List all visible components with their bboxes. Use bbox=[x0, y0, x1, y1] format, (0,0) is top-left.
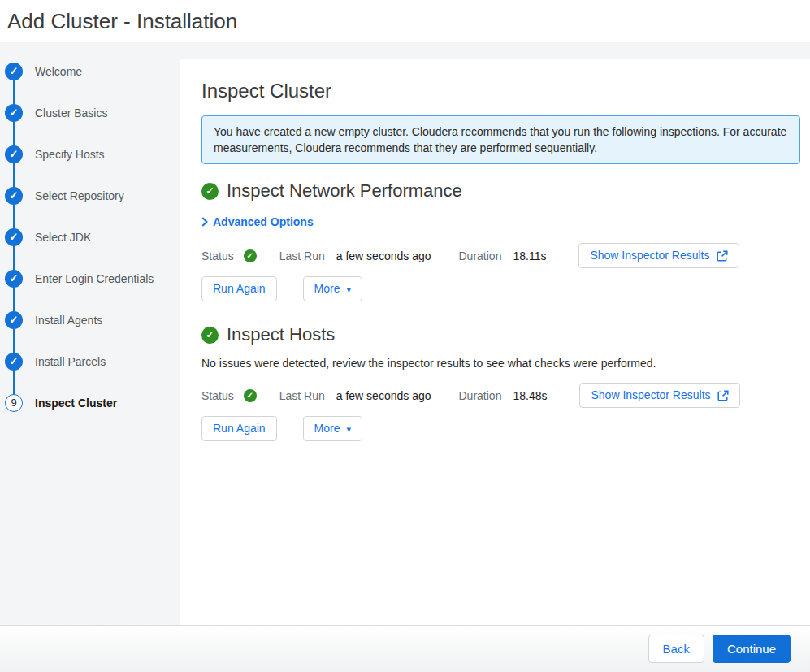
section-heading: ✓ Inspect Network Performance bbox=[201, 180, 800, 202]
step-inspect-cluster[interactable]: 9 Inspect Cluster bbox=[0, 382, 180, 423]
run-again-label: Run Again bbox=[213, 282, 266, 296]
step-label: Specify Hosts bbox=[35, 148, 105, 161]
show-inspector-results-button[interactable]: Show Inspector Results bbox=[578, 243, 739, 268]
section-inspect-network-performance: ✓ Inspect Network Performance Advanced O… bbox=[201, 180, 800, 301]
advanced-options-label: Advanced Options bbox=[213, 215, 314, 228]
section-description: No issues were detected, review the insp… bbox=[201, 357, 800, 370]
step-cluster-basics[interactable]: ✓ Cluster Basics bbox=[0, 92, 180, 133]
page-title: Add Cluster - Installation bbox=[7, 9, 237, 34]
caret-down-icon: ▾ bbox=[347, 425, 352, 433]
continue-button[interactable]: Continue bbox=[713, 635, 791, 663]
show-inspector-results-button[interactable]: Show Inspector Results bbox=[579, 383, 739, 408]
status-row: Status ✓ Last Run a few seconds ago Dura… bbox=[201, 383, 800, 408]
status-label: Status bbox=[201, 389, 234, 402]
step-install-parcels[interactable]: ✓ Install Parcels bbox=[0, 340, 180, 382]
section-heading: ✓ Inspect Hosts bbox=[201, 324, 800, 345]
step-complete-check-icon: ✓ bbox=[5, 187, 23, 205]
status-success-icon: ✓ bbox=[244, 389, 257, 402]
run-again-button[interactable]: Run Again bbox=[201, 416, 277, 441]
run-again-label: Run Again bbox=[213, 422, 266, 436]
step-enter-login-credentials[interactable]: ✓ Enter Login Credentials bbox=[0, 258, 180, 299]
info-alert-text: You have created a new empty cluster. Cl… bbox=[214, 125, 786, 154]
step-complete-check-icon: ✓ bbox=[5, 353, 23, 371]
content-heading: Inspect Cluster bbox=[201, 80, 800, 102]
step-label: Welcome bbox=[35, 65, 82, 78]
caret-down-icon: ▾ bbox=[347, 285, 352, 293]
section-title: Inspect Network Performance bbox=[227, 180, 462, 202]
step-install-agents[interactable]: ✓ Install Agents bbox=[0, 299, 180, 340]
show-inspector-results-label: Show Inspector Results bbox=[591, 388, 710, 402]
step-label: Inspect Cluster bbox=[35, 397, 117, 410]
step-complete-check-icon: ✓ bbox=[5, 311, 23, 329]
success-check-icon: ✓ bbox=[201, 327, 219, 344]
step-specify-hosts[interactable]: ✓ Specify Hosts bbox=[0, 133, 180, 175]
wizard-stepper: ✓ Welcome ✓ Cluster Basics ✓ Specify Hos… bbox=[0, 42, 180, 625]
wizard-footer: Back Continue bbox=[0, 625, 810, 672]
more-label: More bbox=[314, 282, 340, 296]
advanced-options-link[interactable]: Advanced Options bbox=[201, 215, 314, 228]
wizard-body: ✓ Welcome ✓ Cluster Basics ✓ Specify Hos… bbox=[0, 42, 810, 625]
step-number-marker: 9 bbox=[5, 394, 23, 412]
step-complete-check-icon: ✓ bbox=[5, 228, 23, 246]
duration-value: 18.48s bbox=[513, 389, 547, 402]
show-inspector-results-label: Show Inspector Results bbox=[590, 249, 709, 262]
step-welcome[interactable]: ✓ Welcome bbox=[0, 50, 180, 92]
info-alert: You have created a new empty cluster. Cl… bbox=[201, 115, 800, 164]
action-buttons-row: Run Again More ▾ bbox=[201, 276, 800, 301]
last-run-value: a few seconds ago bbox=[336, 249, 431, 262]
step-label: Install Agents bbox=[35, 314, 102, 327]
success-check-icon: ✓ bbox=[201, 183, 219, 200]
step-label: Cluster Basics bbox=[35, 106, 107, 119]
step-label: Select JDK bbox=[35, 231, 91, 244]
step-label: Select Repository bbox=[35, 189, 124, 202]
status-success-icon: ✓ bbox=[244, 249, 257, 262]
step-label: Enter Login Credentials bbox=[35, 272, 154, 285]
chevron-right-icon bbox=[201, 217, 208, 227]
page-header: Add Cluster - Installation bbox=[0, 0, 810, 42]
step-select-jdk[interactable]: ✓ Select JDK bbox=[0, 216, 180, 258]
more-button[interactable]: More ▾ bbox=[303, 416, 362, 441]
step-complete-check-icon: ✓ bbox=[5, 63, 23, 80]
last-run-value: a few seconds ago bbox=[336, 389, 431, 402]
external-link-icon bbox=[717, 390, 729, 401]
step-complete-check-icon: ✓ bbox=[5, 270, 23, 288]
duration-label: Duration bbox=[459, 249, 502, 262]
step-label: Install Parcels bbox=[35, 355, 106, 368]
action-buttons-row: Run Again More ▾ bbox=[201, 416, 800, 441]
run-again-button[interactable]: Run Again bbox=[201, 276, 277, 301]
back-button[interactable]: Back bbox=[648, 635, 704, 663]
external-link-icon bbox=[717, 250, 728, 262]
more-label: More bbox=[314, 422, 340, 436]
step-complete-check-icon: ✓ bbox=[5, 145, 23, 163]
step-select-repository[interactable]: ✓ Select Repository bbox=[0, 175, 180, 216]
last-run-label: Last Run bbox=[279, 249, 325, 262]
section-title: Inspect Hosts bbox=[227, 324, 335, 345]
status-label: Status bbox=[201, 249, 234, 262]
step-complete-check-icon: ✓ bbox=[5, 104, 23, 122]
more-button[interactable]: More ▾ bbox=[303, 276, 362, 301]
content-panel: Inspect Cluster You have created a new e… bbox=[180, 59, 810, 625]
duration-value: 18.11s bbox=[513, 249, 546, 262]
duration-label: Duration bbox=[459, 389, 502, 402]
status-row: Status ✓ Last Run a few seconds ago Dura… bbox=[201, 243, 800, 268]
last-run-label: Last Run bbox=[279, 389, 325, 402]
section-inspect-hosts: ✓ Inspect Hosts No issues were detected,… bbox=[201, 324, 800, 441]
